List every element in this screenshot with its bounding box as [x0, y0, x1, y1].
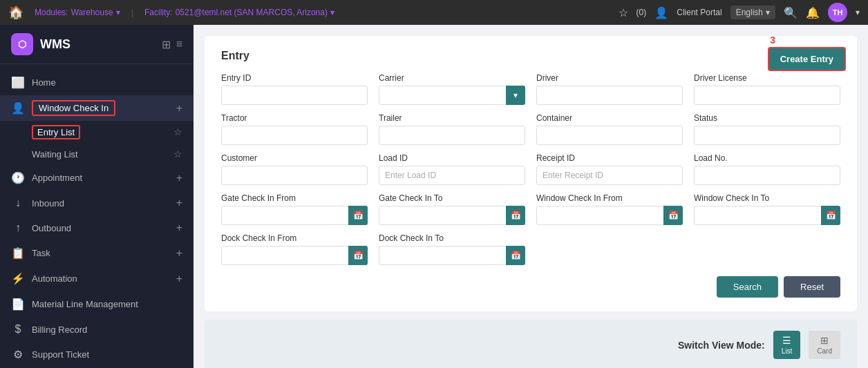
- card-view-button[interactable]: ⊞ Card: [809, 331, 840, 359]
- sidebar-header: ⬡ WMS ⊞ ≡: [0, 25, 194, 64]
- sidebar-item-inbound[interactable]: ↓ Inbound +: [0, 191, 194, 215]
- dock-check-in-from-label: Dock Check In From: [221, 233, 368, 243]
- sidebar-item-material-line-management[interactable]: 📄 Material Line Management: [0, 291, 194, 317]
- sidebar-item-label: Support Ticket: [32, 349, 182, 360]
- sidebar-item-billing-record[interactable]: $ Billing Record: [0, 317, 194, 342]
- menu-icon[interactable]: ≡: [176, 38, 182, 51]
- container-input[interactable]: [536, 126, 683, 145]
- customer-input[interactable]: [221, 166, 368, 185]
- sidebar-item-waiting-list[interactable]: Waiting List ☆: [0, 143, 194, 165]
- sidebar-item-entry-list[interactable]: Entry List ☆: [0, 121, 194, 143]
- bell-icon[interactable]: 🔔: [806, 6, 820, 19]
- status-input[interactable]: [694, 126, 840, 145]
- window-check-in-from-input[interactable]: [536, 206, 683, 225]
- receipt-id-input[interactable]: [536, 166, 683, 185]
- modules-selector[interactable]: Modules: Warehouse ▾: [35, 8, 120, 17]
- favorites-icon[interactable]: ☆: [619, 6, 628, 19]
- tractor-label: Tractor: [221, 113, 368, 123]
- trailer-input[interactable]: [379, 126, 525, 145]
- carrier-field: Carrier ▾: [379, 73, 525, 105]
- load-id-input[interactable]: [379, 166, 525, 185]
- plus-icon[interactable]: +: [176, 222, 182, 234]
- search-button[interactable]: Search: [717, 276, 778, 298]
- sidebar-item-label: Billing Record: [32, 325, 182, 335]
- entry-id-input[interactable]: [221, 86, 368, 105]
- gate-check-in-to-input[interactable]: [379, 206, 525, 225]
- dock-check-in-to-field: Dock Check In To 📅: [379, 233, 525, 265]
- entry-panel: Entry 3 Create Entry Entry ID Carrier ▾: [205, 36, 857, 311]
- card-view-label: Card: [817, 347, 832, 355]
- dock-check-in-from-wrapper: 📅: [221, 246, 368, 265]
- gate-check-in-from-input[interactable]: [221, 206, 368, 225]
- sidebar-item-label: Inbound: [32, 198, 169, 209]
- load-no-input[interactable]: [694, 166, 840, 185]
- dock-check-in-to-input[interactable]: [379, 246, 525, 265]
- logo-text: ⬡: [18, 39, 26, 50]
- carrier-dropdown-icon[interactable]: ▾: [506, 86, 525, 105]
- load-id-label: Load ID: [379, 153, 525, 163]
- grid-icon[interactable]: ⊞: [162, 38, 171, 51]
- topbar: 🏠 Modules: Warehouse ▾ | Facility: 0521@…: [0, 0, 868, 25]
- switch-view-label: Switch View Mode:: [678, 340, 765, 351]
- sidebar-item-support-ticket[interactable]: ⚙ Support Ticket: [0, 342, 194, 367]
- driver-license-field: Driver License: [694, 73, 840, 105]
- tractor-input[interactable]: [221, 126, 368, 145]
- facility-selector[interactable]: Facility: 0521@teml.net (SAN MARCOS, Ari…: [144, 8, 334, 17]
- window-check-in-to-input[interactable]: [694, 206, 840, 225]
- driver-license-label: Driver License: [694, 73, 840, 83]
- home-nav-icon: ⬜: [11, 76, 25, 89]
- list-view-icon: ☰: [782, 335, 791, 346]
- sidebar-item-automation[interactable]: ⚡ Automation +: [0, 266, 194, 291]
- trailer-label: Trailer: [379, 113, 525, 123]
- star-icon[interactable]: ☆: [173, 148, 182, 159]
- plus-icon[interactable]: +: [176, 247, 182, 260]
- window-checkin-icon: 👤: [11, 101, 25, 115]
- client-portal-label[interactable]: Client Portal: [677, 8, 721, 17]
- dock-check-in-from-input[interactable]: [221, 246, 368, 265]
- client-portal-icon[interactable]: 👤: [654, 6, 668, 19]
- avatar[interactable]: TH: [828, 3, 847, 22]
- facility-value: 0521@teml.net (SAN MARCOS, Arizona): [176, 8, 328, 17]
- gate-check-in-from-label: Gate Check In From: [221, 193, 368, 203]
- calendar-icon[interactable]: 📅: [506, 246, 525, 265]
- plus-icon[interactable]: +: [176, 172, 182, 184]
- tractor-field: Tractor: [221, 113, 368, 145]
- list-view-label: List: [782, 347, 793, 355]
- avatar-chevron-icon[interactable]: ▾: [856, 8, 860, 17]
- plus-icon[interactable]: +: [176, 273, 182, 285]
- plus-icon[interactable]: +: [176, 102, 182, 115]
- home-icon[interactable]: 🏠: [8, 5, 23, 20]
- calendar-icon[interactable]: 📅: [348, 246, 368, 265]
- driver-license-input[interactable]: [694, 86, 840, 105]
- task-icon: 📋: [11, 246, 25, 260]
- sidebar-logo: ⬡: [11, 33, 33, 55]
- inbound-icon: ↓: [11, 197, 25, 209]
- sidebar-item-window-check-in[interactable]: 👤 Window Check In +: [0, 95, 194, 121]
- star-icon[interactable]: ☆: [173, 126, 182, 137]
- sidebar-item-label: Home: [32, 77, 182, 88]
- search-icon[interactable]: 🔍: [784, 6, 798, 19]
- window-check-in-to-field: Window Check In To 📅: [694, 193, 840, 225]
- sidebar-item-task[interactable]: 📋 Task +: [0, 240, 194, 266]
- language-selector[interactable]: English ▾: [730, 6, 775, 19]
- support-icon: ⚙: [11, 348, 25, 361]
- plus-icon[interactable]: +: [176, 197, 182, 209]
- sidebar-item-outbound[interactable]: ↑ Outbound +: [0, 215, 194, 240]
- topbar-right: ☆ (0) 👤 Client Portal English ▾ 🔍 🔔 TH ▾: [619, 3, 860, 22]
- calendar-icon[interactable]: 📅: [821, 206, 840, 225]
- calendar-icon[interactable]: 📅: [348, 206, 368, 225]
- list-view-button[interactable]: ☰ List: [773, 331, 801, 359]
- sidebar-item-label: Task: [32, 248, 169, 258]
- sidebar-item-label: Window Check In: [32, 103, 169, 113]
- sidebar-item-home[interactable]: ⬜ Home: [0, 70, 194, 95]
- driver-input[interactable]: [536, 86, 683, 105]
- sidebar-item-appointment[interactable]: 🕐 Appointment +: [0, 165, 194, 191]
- sidebar: ⬡ WMS ⊞ ≡ ⬜ Home 👤 Window Check In +: [0, 25, 194, 368]
- carrier-input[interactable]: [379, 86, 525, 105]
- automation-icon: ⚡: [11, 272, 25, 285]
- calendar-icon[interactable]: 📅: [663, 206, 683, 225]
- calendar-icon[interactable]: 📅: [506, 206, 525, 225]
- create-entry-button[interactable]: Create Entry: [768, 47, 846, 71]
- status-field: Status: [694, 113, 840, 145]
- reset-button[interactable]: Reset: [784, 276, 840, 298]
